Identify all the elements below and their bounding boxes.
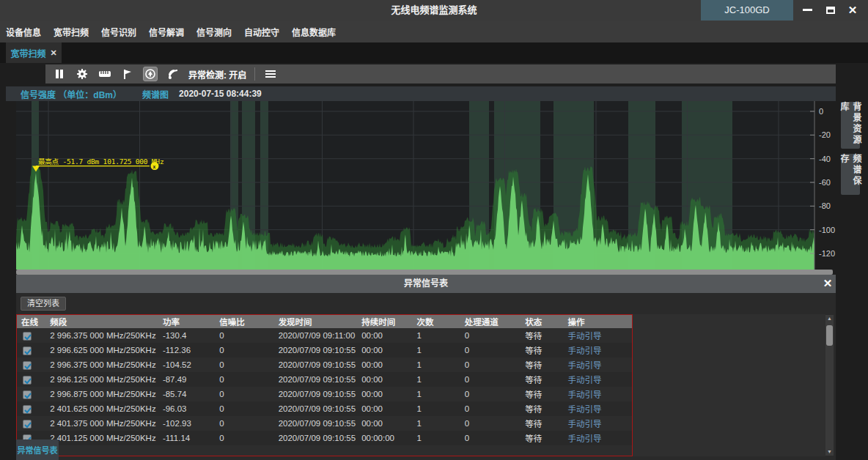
maximize-icon bbox=[826, 7, 835, 14]
cell-duration: 00:00 bbox=[357, 387, 412, 401]
cell-freq: 2 996.875 000 MHz/250KHz bbox=[45, 387, 158, 401]
flag-icon[interactable] bbox=[120, 67, 135, 81]
peak-annotation[interactable]: 最高点 -51.7 dBm 101.725 000 MHzx bbox=[32, 157, 163, 172]
col-header-9[interactable]: 操作 bbox=[563, 315, 632, 328]
cell-snr: 0 bbox=[215, 431, 273, 445]
y-tick-label: -120 bbox=[819, 249, 835, 258]
tab-close-icon[interactable]: ✕ bbox=[50, 48, 56, 58]
anomaly-panel-header[interactable]: 异常信号表 bbox=[16, 275, 836, 293]
cell-action[interactable]: 手动引导 bbox=[563, 372, 632, 387]
antenna-icon[interactable] bbox=[166, 67, 180, 81]
col-header-6[interactable]: 次数 bbox=[413, 315, 460, 328]
spectrum-save-button[interactable]: 频谱保存 bbox=[841, 154, 860, 195]
cell-found: 2020/07/09 09:10:55 bbox=[274, 387, 358, 401]
anomaly-table-grid: 在线频段功率信噪比发现时间持续时间次数处理通道状态操作 2 996.375 00… bbox=[17, 315, 632, 445]
col-header-4[interactable]: 发现时间 bbox=[274, 315, 358, 328]
col-header-5[interactable]: 持续时间 bbox=[357, 315, 412, 328]
cell-snr: 0 bbox=[215, 372, 273, 387]
y-tick-label: -100 bbox=[819, 226, 835, 234]
cell-found: 2020/07/09 09:10:55 bbox=[274, 416, 358, 431]
close-button[interactable]: ✕ bbox=[842, 0, 864, 21]
table-row[interactable]: 2 996.625 000 MHz/250KHz-112.3602020/07/… bbox=[17, 343, 632, 357]
chart-type-label[interactable]: 频谱图 bbox=[142, 88, 169, 100]
col-header-8[interactable]: 状态 bbox=[521, 315, 563, 328]
online-checkbox[interactable] bbox=[23, 405, 32, 414]
device-model-button[interactable]: JC-100GD bbox=[701, 0, 793, 21]
online-checkbox[interactable] bbox=[23, 361, 32, 370]
cell-action[interactable]: 手动引导 bbox=[563, 416, 632, 431]
cell-duration: 00:00 bbox=[357, 343, 412, 357]
cell-action[interactable]: 手动引导 bbox=[563, 343, 632, 357]
menu-icon[interactable] bbox=[263, 67, 278, 81]
online-checkbox[interactable] bbox=[23, 420, 32, 429]
table-row[interactable]: 2 401.375 000 MHz/250KHz-102.9302020/07/… bbox=[17, 416, 632, 431]
table-row[interactable]: 2 996.375 000 MHz/250KHz-130.402020/07/0… bbox=[17, 328, 632, 343]
cell-channel: 0 bbox=[460, 431, 521, 445]
cell-freq: 2 996.375 000 MHz/250KHz bbox=[45, 357, 158, 372]
pause-icon[interactable] bbox=[52, 67, 67, 81]
cell-found: 2020/07/09 09:10:55 bbox=[274, 431, 358, 445]
y-tick-label: -80 bbox=[819, 201, 831, 210]
table-row[interactable]: 2 996.375 000 MHz/250KHz-104.5202020/07/… bbox=[17, 357, 632, 372]
cell-count: 1 bbox=[413, 357, 460, 372]
tab-bar bbox=[0, 42, 868, 63]
menu-item-2[interactable]: 信号识别 bbox=[101, 26, 136, 38]
cell-snr: 0 bbox=[215, 328, 273, 343]
cell-duration: 00:00 bbox=[357, 401, 412, 416]
col-header-1[interactable]: 频段 bbox=[45, 315, 158, 328]
spectrum-save-label: 频谱保存 bbox=[838, 154, 863, 195]
menu-item-1[interactable]: 宽带扫频 bbox=[54, 26, 89, 38]
online-checkbox[interactable] bbox=[23, 376, 32, 385]
cell-count: 1 bbox=[413, 387, 460, 401]
table-row[interactable]: 2 996.125 000 MHz/250KHz-87.4902020/07/0… bbox=[17, 372, 632, 387]
cell-freq: 2 401.375 000 MHz/250KHz bbox=[45, 416, 158, 431]
col-header-3[interactable]: 信噪比 bbox=[215, 315, 273, 328]
tab-broadband-scan[interactable]: 宽带扫频 ✕ bbox=[6, 42, 62, 63]
menu-item-6[interactable]: 信息数据库 bbox=[292, 26, 336, 38]
cell-snr: 0 bbox=[215, 343, 273, 357]
cell-power: -87.49 bbox=[158, 372, 215, 387]
table-row[interactable]: 2 996.875 000 MHz/250KHz-85.7402020/07/0… bbox=[17, 387, 632, 401]
cell-action[interactable]: 手动引导 bbox=[563, 401, 632, 416]
spectrum-chart[interactable]: 最高点 -51.7 dBm 101.725 000 MHzx bbox=[16, 101, 815, 270]
table-row[interactable]: 2 401.625 000 MHz/250KHz-96.0302020/07/0… bbox=[17, 401, 632, 416]
clear-list-button[interactable]: 清空列表 bbox=[21, 297, 66, 311]
cell-action[interactable]: 手动引导 bbox=[563, 357, 632, 372]
anomaly-detect-toggle[interactable]: 异常检测: 开启 bbox=[188, 68, 246, 81]
gear-icon[interactable] bbox=[75, 67, 89, 81]
col-header-7[interactable]: 处理通道 bbox=[460, 315, 521, 328]
cell-action[interactable]: 手动引导 bbox=[563, 328, 632, 343]
cell-freq: 2 996.125 000 MHz/250KHz bbox=[45, 372, 158, 387]
cell-status: 等待 bbox=[521, 401, 563, 416]
cell-power: -96.03 bbox=[158, 401, 215, 416]
online-checkbox[interactable] bbox=[23, 390, 32, 399]
scroll-down-icon[interactable]: ▼ bbox=[826, 448, 833, 456]
menu-item-0[interactable]: 设备信息 bbox=[6, 26, 41, 38]
cell-action[interactable]: 手动引导 bbox=[563, 387, 632, 401]
marker-up-icon[interactable] bbox=[143, 67, 158, 81]
background-library-button[interactable]: 背景资源库 bbox=[841, 102, 860, 149]
anomaly-table[interactable]: 在线频段功率信噪比发现时间持续时间次数处理通道状态操作 2 996.375 00… bbox=[16, 314, 633, 456]
panel-close-icon[interactable]: ✕ bbox=[820, 275, 836, 292]
menu-item-3[interactable]: 信号解调 bbox=[149, 26, 184, 38]
cell-power: -111.14 bbox=[158, 431, 215, 445]
ruler-icon[interactable] bbox=[98, 67, 112, 81]
col-header-0[interactable]: 在线 bbox=[17, 315, 45, 328]
col-header-2[interactable]: 功率 bbox=[158, 315, 215, 328]
menu-item-5[interactable]: 自动控守 bbox=[244, 26, 279, 38]
online-checkbox[interactable] bbox=[23, 332, 32, 341]
table-row[interactable]: 2 401.125 000 MHz/250KHz-111.1402020/07/… bbox=[17, 431, 632, 445]
cell-status: 等待 bbox=[521, 343, 563, 357]
cell-status: 等待 bbox=[521, 431, 563, 445]
online-checkbox[interactable] bbox=[23, 346, 32, 355]
anomaly-table-bottom-tab[interactable]: 异常信号表 bbox=[16, 439, 59, 460]
cell-channel: 0 bbox=[460, 372, 521, 387]
table-scrollbar-thumb[interactable] bbox=[826, 325, 833, 346]
minimize-button[interactable] bbox=[796, 0, 818, 21]
maximize-button[interactable] bbox=[820, 0, 842, 21]
cell-action[interactable]: 手动引导 bbox=[563, 431, 632, 445]
chart-ylabel[interactable]: 信号强度 （单位：dBm） bbox=[21, 88, 122, 100]
menu-item-4[interactable]: 信号测向 bbox=[196, 26, 232, 38]
scroll-up-icon[interactable]: ▲ bbox=[826, 315, 833, 322]
chart-horizontal-scrollbar[interactable] bbox=[16, 270, 833, 275]
